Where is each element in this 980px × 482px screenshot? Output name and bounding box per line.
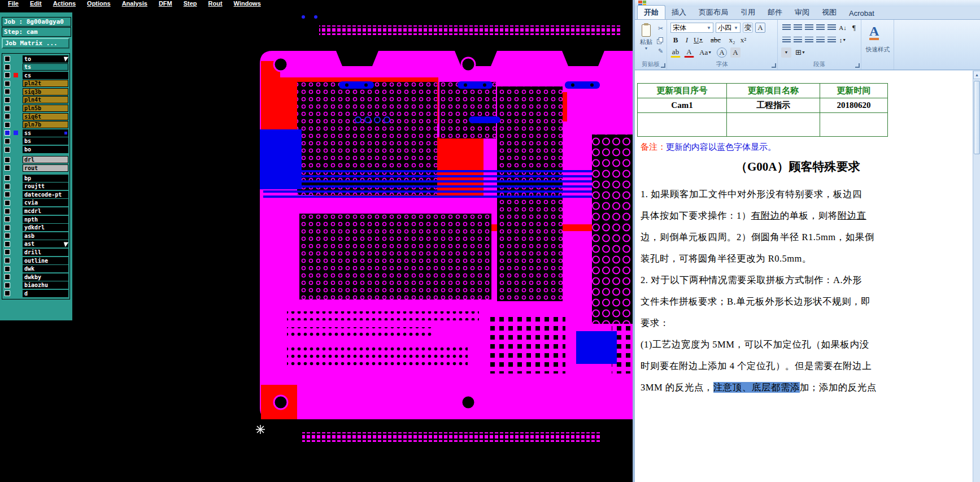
layer-visibility-checkbox[interactable] bbox=[5, 184, 10, 189]
layer-row-ydkdrl[interactable]: ydkdrl bbox=[3, 224, 68, 232]
layer-visibility-checkbox[interactable] bbox=[5, 283, 10, 288]
table-cell[interactable]: 20180620 bbox=[820, 98, 888, 113]
scrollbar-thumb[interactable] bbox=[974, 81, 980, 154]
layer-visibility-checkbox[interactable] bbox=[5, 175, 10, 181]
layer-name-label[interactable]: ss bbox=[23, 129, 68, 137]
layer-row-cvia[interactable]: cvia bbox=[3, 199, 68, 207]
layer-row-biaozhu[interactable]: biaozhu bbox=[3, 281, 68, 289]
italic-button[interactable]: I bbox=[682, 35, 692, 45]
layer-name-label[interactable]: to bbox=[23, 55, 68, 63]
layer-visibility-checkbox[interactable] bbox=[5, 192, 10, 197]
align-right-button[interactable] bbox=[804, 35, 814, 45]
layer-visibility-checkbox[interactable] bbox=[5, 233, 10, 238]
font-size-combo[interactable]: 小四▼ bbox=[716, 23, 741, 33]
enclose-char-button[interactable]: A bbox=[717, 47, 727, 58]
layer-row-to[interactable]: to bbox=[3, 55, 68, 63]
layer-row-rout[interactable]: rout bbox=[3, 164, 68, 172]
layer-name-label[interactable]: dwk bbox=[23, 265, 68, 272]
layer-visibility-checkbox[interactable] bbox=[5, 157, 10, 163]
layer-row-dwk[interactable]: dwk bbox=[3, 265, 68, 273]
layer-visibility-checkbox[interactable] bbox=[5, 209, 10, 214]
layer-row-bp[interactable]: bp bbox=[3, 174, 68, 182]
layer-name-label[interactable]: cs bbox=[23, 72, 68, 79]
layer-visibility-checkbox[interactable] bbox=[5, 147, 10, 153]
paste-dropdown-arrow[interactable]: ▼ bbox=[638, 46, 654, 50]
menu-dfm[interactable]: DFM bbox=[159, 0, 172, 7]
layer-name-label[interactable]: pln4t bbox=[23, 96, 68, 103]
font-color-button[interactable]: A bbox=[684, 47, 694, 58]
multilevel-list-button[interactable] bbox=[804, 23, 814, 33]
quick-styles-icon[interactable]: A bbox=[869, 24, 879, 40]
table-cell[interactable] bbox=[727, 113, 820, 137]
show-marks-button[interactable]: ¶ bbox=[849, 23, 859, 33]
layer-name-label[interactable]: dwkby bbox=[23, 273, 68, 281]
menu-step[interactable]: Step bbox=[184, 0, 197, 7]
layer-row-pln4t[interactable]: pln4t bbox=[3, 96, 68, 104]
layer-row-bo[interactable]: bo bbox=[3, 146, 68, 154]
sort-button[interactable]: A↓ bbox=[838, 23, 848, 33]
paragraph-dialog-launcher-icon[interactable] bbox=[855, 63, 860, 68]
tab-邮件[interactable]: 邮件 bbox=[761, 6, 789, 19]
text-highlight-button[interactable]: ab bbox=[670, 47, 681, 58]
justify-button[interactable] bbox=[815, 35, 825, 45]
layer-name-label[interactable]: asb bbox=[23, 232, 68, 240]
cut-button[interactable]: ✂ bbox=[656, 24, 665, 32]
scroll-up-arrow-icon[interactable]: ▲ bbox=[973, 71, 980, 79]
underline-button[interactable]: U▼ bbox=[693, 35, 703, 45]
borders-button[interactable]: ⊞▼ bbox=[795, 47, 806, 58]
layer-visibility-checkbox[interactable] bbox=[5, 64, 10, 70]
increase-indent-button[interactable] bbox=[826, 23, 837, 33]
layer-row-pln5b[interactable]: pln5b bbox=[3, 105, 68, 112]
shading-button[interactable]: ▼ bbox=[781, 47, 791, 58]
layer-row-asb[interactable]: asb bbox=[3, 232, 68, 240]
superscript-button[interactable]: x² bbox=[738, 35, 748, 45]
layer-name-label[interactable]: ast bbox=[23, 240, 68, 247]
layer-row-pln2t[interactable]: pln2t bbox=[3, 80, 68, 88]
layer-row-pln7b[interactable]: pln7b bbox=[3, 121, 68, 129]
layer-name-label[interactable]: biaozhu bbox=[23, 281, 68, 289]
layer-visibility-checkbox[interactable] bbox=[5, 290, 10, 296]
char-shading-button[interactable]: A bbox=[730, 47, 741, 58]
layer-name-label[interactable]: d bbox=[23, 290, 68, 297]
layer-name-label[interactable]: drl bbox=[23, 156, 68, 163]
layer-name-label[interactable]: pln7b bbox=[23, 121, 68, 128]
layer-name-label[interactable]: siq6t bbox=[23, 113, 68, 120]
change-case-button[interactable]: Aa▼ bbox=[699, 47, 712, 58]
layer-row-outline[interactable]: outline bbox=[3, 257, 68, 264]
table-cell[interactable] bbox=[820, 113, 888, 137]
tab-插入[interactable]: 插入 bbox=[665, 6, 692, 19]
layer-name-label[interactable]: mcdrl bbox=[23, 207, 68, 215]
job-matrix-button[interactable]: Job Matrix ... bbox=[2, 38, 69, 49]
layer-name-label[interactable]: ydkdrl bbox=[23, 224, 68, 231]
clipboard-dialog-launcher-icon[interactable] bbox=[661, 63, 665, 68]
tab-开始[interactable]: 开始 bbox=[637, 5, 665, 19]
layer-visibility-checkbox[interactable] bbox=[5, 122, 10, 128]
layer-row-d[interactable]: d bbox=[3, 289, 68, 297]
layer-name-label[interactable]: datecode-pt bbox=[23, 191, 68, 198]
layer-visibility-checkbox[interactable] bbox=[5, 216, 10, 222]
layer-visibility-checkbox[interactable] bbox=[5, 249, 10, 255]
layer-name-label[interactable]: npth bbox=[23, 216, 68, 223]
layer-row-drl[interactable]: drl bbox=[3, 156, 68, 164]
char-border-button[interactable]: A bbox=[755, 23, 765, 33]
layer-name-label[interactable]: bo bbox=[23, 146, 68, 153]
step-name-field[interactable]: Step: cam bbox=[2, 27, 71, 37]
layer-name-label[interactable]: pln5b bbox=[23, 105, 68, 112]
layer-visibility-checkbox[interactable] bbox=[5, 274, 10, 280]
align-center-button[interactable] bbox=[792, 35, 803, 45]
pinyin-guide-button[interactable]: 变 bbox=[743, 23, 753, 33]
menu-file[interactable]: File bbox=[8, 0, 19, 7]
layer-visibility-checkbox[interactable] bbox=[5, 258, 10, 263]
layer-name-label[interactable]: roujtt bbox=[23, 183, 68, 190]
layer-name-label[interactable]: pln2t bbox=[23, 80, 68, 87]
menu-options[interactable]: Options bbox=[87, 0, 111, 7]
layer-name-label[interactable]: rout bbox=[23, 164, 68, 172]
strikethrough-button[interactable]: abc bbox=[710, 35, 721, 45]
decrease-indent-button[interactable] bbox=[815, 23, 825, 33]
layer-row-ss[interactable]: ss bbox=[3, 129, 68, 137]
layer-visibility-checkbox[interactable] bbox=[5, 130, 10, 136]
table-cell[interactable] bbox=[638, 113, 727, 137]
layer-name-label[interactable]: drill bbox=[23, 249, 68, 256]
font-dialog-launcher-icon[interactable] bbox=[772, 63, 776, 68]
layer-visibility-checkbox[interactable] bbox=[5, 89, 10, 94]
